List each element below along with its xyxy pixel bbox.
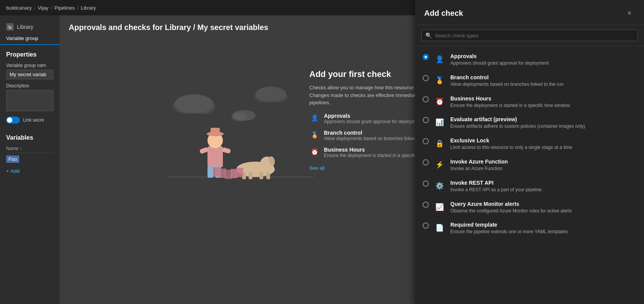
breadcrumb-library[interactable]: Library <box>81 5 96 11</box>
business-hours-text: Business HoursEnsure the deployment is s… <box>450 95 570 109</box>
svg-rect-21 <box>249 172 252 179</box>
search-icon: 🔍 <box>425 32 432 38</box>
query-azure-monitor-text: Query Azure Monitor alertsObserve the co… <box>450 201 572 214</box>
name-column-header: Name ↑ <box>6 146 53 151</box>
branch-title: Branch control <box>324 130 415 136</box>
invoke-azure-function-title: Invoke Azure Function <box>450 159 508 165</box>
approvals-desc: Approvers should grant approval for depl… <box>324 119 415 124</box>
see-all-link[interactable]: See all <box>309 165 325 171</box>
evaluate-artifact-text: Evaluate artifact (preview)Ensure artifa… <box>450 116 585 130</box>
radio-query-azure-monitor[interactable] <box>423 202 429 208</box>
link-secret-toggle-row: Link secre <box>6 117 53 124</box>
link-secret-toggle[interactable] <box>6 117 20 124</box>
required-template-title: Required template <box>450 222 568 228</box>
svg-rect-9 <box>207 146 223 167</box>
approvals-desc: Approvers should grant approval for depl… <box>450 60 549 67</box>
content-area: Approvals and checks for Library / My se… <box>60 15 415 304</box>
check-items-list: 👤ApprovalsApprovers should grant approva… <box>415 46 644 304</box>
description-textarea[interactable] <box>6 90 53 111</box>
business-hours-desc: Ensure the deployment is started in a sp… <box>450 102 570 109</box>
approvals-text: ApprovalsApprovers should grant approval… <box>450 53 549 67</box>
panel-check-evaluate-artifact[interactable]: 📊Evaluate artifact (preview)Ensure artif… <box>415 112 644 134</box>
branch-panel-icon: 🏅 <box>433 74 446 87</box>
radio-invoke-azure-function[interactable] <box>423 159 429 165</box>
radio-invoke-rest-api[interactable] <box>423 180 429 187</box>
panel-check-approvals[interactable]: 👤ApprovalsApprovers should grant approva… <box>415 49 644 70</box>
svg-rect-15 <box>207 166 213 178</box>
panel-check-branch-control[interactable]: 🏅Branch controlAllow deployments based o… <box>415 70 644 92</box>
add-check-title: Add your first check <box>309 69 415 79</box>
add-check-panel: Add check × 🔍 👤ApprovalsApprovers should… <box>415 0 644 304</box>
svg-rect-23 <box>266 172 270 179</box>
monitor-panel-icon: 📈 <box>433 201 446 213</box>
variable-name-cell: Foo <box>6 156 53 162</box>
breadcrumb-buildcanary[interactable]: buildcanary <box>6 5 32 11</box>
properties-section: Properties Variable group nam Descriptio… <box>0 45 60 134</box>
panel-title: Add check <box>424 9 463 18</box>
breadcrumb-bar: buildcanary / Vijay / Pipelines / Librar… <box>0 0 415 15</box>
toggle-label: Link secre <box>23 117 44 123</box>
branch-control-text: Branch controlAllow deployments based on… <box>450 74 563 88</box>
radio-evaluate-artifact[interactable] <box>423 117 429 123</box>
check-list-branch: 🏅 Branch control Allow deployments based… <box>309 130 415 141</box>
variables-title: Variables <box>6 134 53 141</box>
radio-branch-control[interactable] <box>423 75 429 81</box>
evaluate-artifact-title: Evaluate artifact (preview) <box>450 116 585 122</box>
add-variable-button[interactable]: + Add <box>6 167 53 175</box>
radio-business-hours[interactable] <box>423 96 429 102</box>
branch-desc: Allow deployments based on branches link… <box>324 136 415 141</box>
evaluate-artifact-desc: Ensure artifacts adhere to custom polici… <box>450 123 585 130</box>
panel-check-invoke-rest-api[interactable]: ⚙️Invoke REST APIInvoke a REST API as a … <box>415 176 644 197</box>
svg-rect-14 <box>222 147 231 154</box>
exclusive-lock-desc: Limit access to this resource to only a … <box>450 144 572 151</box>
check-list-business: ⏰ Business Hours Ensure the deployment i… <box>309 147 415 158</box>
business-icon: ⏰ <box>309 147 320 157</box>
lock-panel-icon: 🔒 <box>433 137 446 150</box>
approvals-icon: 👤 <box>309 113 320 124</box>
sidebar-library-title: Library <box>17 24 33 30</box>
invoke-azure-function-desc: Invoke an Azure Function <box>450 165 508 172</box>
svg-rect-22 <box>259 172 263 179</box>
business-desc: Ensure the deployment is started in a sp… <box>324 153 415 158</box>
panel-check-business-hours[interactable]: ⏰Business HoursEnsure the deployment is … <box>415 92 644 113</box>
panel-check-required-template[interactable]: 📄Required templateEnsure the pipeline ex… <box>415 218 644 239</box>
close-button[interactable]: × <box>624 8 635 18</box>
search-box: 🔍 <box>415 25 644 46</box>
svg-rect-12 <box>211 128 220 135</box>
exclusive-lock-text: Exclusive LockLimit access to this resou… <box>450 137 572 151</box>
breadcrumb-pipelines[interactable]: Pipelines <box>55 5 75 11</box>
panel-check-exclusive-lock[interactable]: 🔒Exclusive LockLimit access to this reso… <box>415 134 644 155</box>
properties-title: Properties <box>6 51 53 58</box>
radio-exclusive-lock[interactable] <box>423 138 429 144</box>
search-input[interactable] <box>435 33 634 38</box>
description-label: Description <box>6 83 53 89</box>
panel-check-invoke-azure-function[interactable]: ⚡Invoke Azure FunctionInvoke an Azure Fu… <box>415 155 644 176</box>
variable-group-name-input[interactable] <box>6 70 53 79</box>
evaluate-panel-icon: 📊 <box>433 116 446 129</box>
panel-check-query-azure-monitor[interactable]: 📈Query Azure Monitor alertsObserve the c… <box>415 197 644 218</box>
check-list-approvals: 👤 Approvals Approvers should grant appro… <box>309 113 415 124</box>
svg-point-7 <box>231 113 247 121</box>
svg-point-5 <box>269 92 288 102</box>
radio-approvals[interactable] <box>423 54 429 60</box>
sidebar: 📚 Library Variable group Properties Vari… <box>0 15 60 304</box>
branch-icon: 🏅 <box>309 130 320 140</box>
azure-fn-panel-icon: ⚡ <box>433 159 446 171</box>
checks-info: Add your first check Checks allow you to… <box>302 62 415 179</box>
panel-header: Add check × <box>415 0 644 25</box>
sidebar-header: 📚 Library <box>0 20 60 32</box>
name-label: Variable group nam <box>6 63 53 68</box>
library-icon: 📚 <box>6 23 14 31</box>
required-template-text: Required templateEnsure the pipeline ext… <box>450 222 568 235</box>
approvals-title: Approvals <box>450 53 549 59</box>
svg-rect-13 <box>199 147 209 154</box>
breadcrumb-vijay[interactable]: Vijay <box>38 5 48 11</box>
table-row: Foo <box>6 155 53 164</box>
invoke-azure-function-text: Invoke Azure FunctionInvoke an Azure Fun… <box>450 159 508 172</box>
business-hours-title: Business Hours <box>450 95 570 102</box>
sidebar-item-variable-group[interactable]: Variable group <box>0 32 60 45</box>
radio-required-template[interactable] <box>423 222 429 229</box>
invoke-rest-api-text: Invoke REST APIInvoke a REST API as a pa… <box>450 180 543 193</box>
query-azure-monitor-desc: Observe the configured Azure Monitor rul… <box>450 208 572 214</box>
branch-control-desc: Allow deployments based on branches link… <box>450 81 563 88</box>
